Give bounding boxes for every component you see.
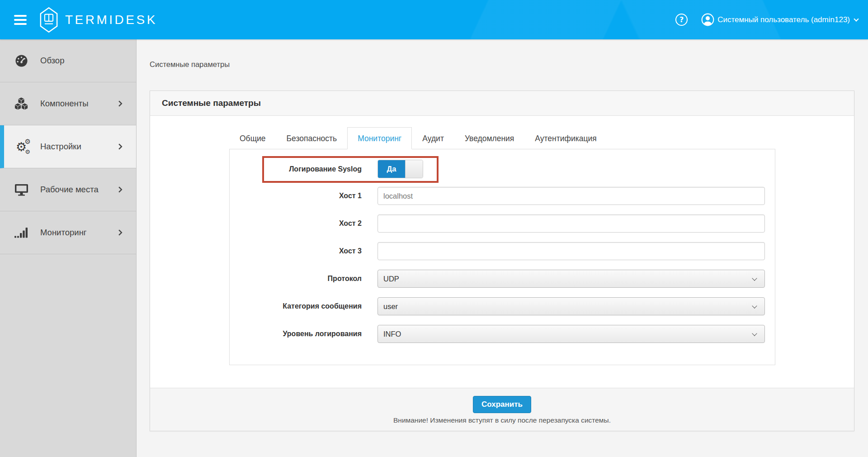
tab-general[interactable]: Общие [229,127,276,150]
termidesk-hexagon-icon [39,7,58,33]
components-icon [14,96,29,111]
panel-header: Системные параметры [150,91,854,116]
log-level-selected-value: INFO [383,330,401,338]
chevron-right-icon [116,229,123,236]
host2-row: Хост 2 [230,214,765,233]
host1-row: Хост 1 [230,187,765,205]
chevron-down-icon [854,16,859,21]
sidebar-item-components[interactable]: Компоненты [0,82,136,125]
protocol-select[interactable]: UDP [377,270,765,288]
save-button[interactable]: Сохранить [473,396,531,413]
sidebar: Обзор Компоненты ⚙ [0,39,137,457]
help-icon[interactable]: ? [675,14,688,26]
monitoring-icon [14,225,29,240]
syslog-label: Логирование Syslog [230,165,377,173]
dashboard-icon [14,53,29,68]
settings-tabs: Общие Безопасность Мониторинг Аудит Увед… [229,127,854,149]
category-selected-value: user [383,302,398,311]
host2-input[interactable] [377,214,765,233]
protocol-selected-value: UDP [383,275,399,283]
host3-row: Хост 3 [230,242,765,260]
brand-name: TERMIDESK [65,13,157,27]
panel-title: Системные параметры [162,98,261,108]
category-row: Категория сообщения user [230,297,765,315]
host1-input[interactable] [377,187,765,205]
app-header: TERMIDESK ? Системный пользователь (admi… [0,0,868,39]
tab-security[interactable]: Безопасность [276,127,348,150]
breadcrumb: Системные параметры [150,60,230,69]
host3-label: Хост 3 [230,247,377,255]
chevron-down-icon [752,303,757,308]
settings-icon: ⚙ ⚙ ⚙ [14,139,29,154]
tab-notifications[interactable]: Уведомления [454,127,524,150]
chevron-right-icon [116,186,123,193]
user-avatar-icon [701,13,714,26]
syslog-toggle-row: Логирование Syslog Да [230,160,765,178]
tab-audit[interactable]: Аудит [412,127,454,150]
sidebar-item-monitoring[interactable]: Мониторинг [0,211,136,254]
sidebar-item-label: Мониторинг [40,228,87,238]
user-menu[interactable]: Системный пользователь (admin123) [701,13,858,26]
chevron-down-icon [752,331,757,336]
sidebar-item-label: Компоненты [40,99,89,109]
protocol-label: Протокол [230,275,377,283]
sidebar-item-workplaces[interactable]: Рабочие места [0,168,136,211]
log-level-row: Уровень логирования INFO [230,325,765,343]
panel-footer: Сохранить Внимание! Изменения вступят в … [150,388,854,431]
sidebar-item-settings[interactable]: ⚙ ⚙ ⚙ Настройки [0,125,136,168]
host1-label: Хост 1 [230,192,377,200]
protocol-row: Протокол UDP [230,270,765,288]
chevron-right-icon [116,100,123,107]
main-content: Системные параметры Системные параметры … [137,39,868,457]
chevron-down-icon [752,276,757,281]
hamburger-menu-icon[interactable] [14,13,27,27]
sidebar-item-overview[interactable]: Обзор [0,39,136,82]
tab-monitoring[interactable]: Мониторинг [347,127,412,149]
syslog-toggle[interactable]: Да [377,160,423,178]
monitoring-tab-content: Логирование Syslog Да Хост 1 Хост 2 [229,149,775,365]
toggle-on-label: Да [378,160,405,178]
workplaces-icon [14,182,29,197]
category-select[interactable]: user [377,297,765,315]
host3-input[interactable] [377,242,765,260]
sidebar-item-label: Настройки [40,142,81,152]
chevron-right-icon [116,143,123,150]
category-label: Категория сообщения [230,302,377,310]
sidebar-item-label: Рабочие места [40,185,99,195]
log-level-select[interactable]: INFO [377,325,765,343]
brand-logo[interactable]: TERMIDESK [39,7,157,33]
host2-label: Хост 2 [230,219,377,228]
toggle-handle [405,160,423,178]
tab-authentication[interactable]: Аутентификация [524,127,607,150]
sidebar-item-label: Обзор [40,56,64,66]
user-name: Системный пользователь (admin123) [717,15,850,24]
restart-warning: Внимание! Изменения вступят в силу после… [150,416,854,424]
system-parameters-panel: Системные параметры Общие Безопасность М… [150,90,854,431]
log-level-label: Уровень логирования [230,330,377,338]
